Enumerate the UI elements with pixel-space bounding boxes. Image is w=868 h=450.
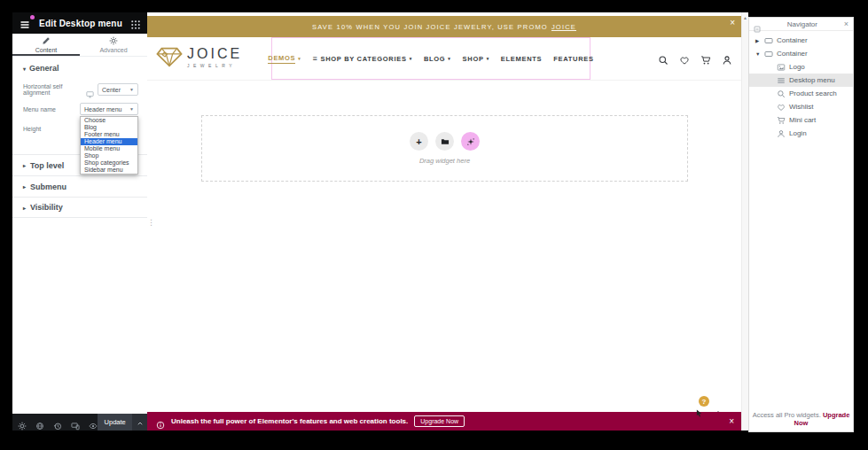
navigator-item[interactable]: Mini cart bbox=[749, 113, 853, 127]
add-section-button[interactable]: + bbox=[410, 132, 428, 151]
navigator-item[interactable]: Product search bbox=[749, 87, 853, 100]
site-nav-item[interactable]: BLOG ▾ bbox=[424, 55, 451, 63]
dropdown-option[interactable]: Footer menu bbox=[81, 131, 137, 138]
site-nav-item[interactable]: ELEMENTS bbox=[501, 55, 542, 63]
navigator-item-label: Wishlist bbox=[789, 103, 814, 111]
dropdown-option[interactable]: Choose bbox=[81, 117, 137, 124]
empty-container-dropzone: + Drag widget here bbox=[201, 115, 688, 182]
desktop-menu-widget-selected: DEMOS ▾ ≡ SHOP BY CATEGORIES ▾ BLOG ▾ SH… bbox=[271, 37, 590, 80]
site-settings-globe-icon[interactable] bbox=[35, 418, 44, 427]
responsive-mode-icon[interactable] bbox=[71, 418, 80, 427]
upgrade-now-button[interactable]: Upgrade Now bbox=[414, 415, 465, 427]
alignment-value: Center bbox=[102, 87, 121, 93]
heart-icon bbox=[777, 103, 786, 112]
chevron-down-icon: ▾ bbox=[410, 56, 412, 61]
dropdown-option[interactable]: Blog bbox=[81, 124, 137, 131]
dropdown-option-label: Shop categories bbox=[84, 159, 129, 166]
site-nav-item[interactable]: ≡ SHOP BY CATEGORIES ▾ bbox=[313, 54, 412, 63]
dropdown-option-label: Shop bbox=[84, 152, 98, 159]
site-nav-item[interactable]: DEMOS ▾ bbox=[268, 54, 301, 64]
notice-close-icon[interactable]: × bbox=[729, 416, 734, 426]
preview-eye-icon[interactable] bbox=[89, 418, 98, 427]
dropdown-option[interactable]: Header menu bbox=[81, 138, 137, 145]
dropdown-option[interactable]: Sidebar menu bbox=[81, 167, 137, 174]
save-options-button[interactable] bbox=[132, 414, 147, 431]
tab-advanced[interactable]: Advanced bbox=[80, 34, 147, 56]
section-general[interactable]: ▾ General bbox=[12, 57, 147, 80]
navigator-item[interactable]: Desktop menu bbox=[749, 74, 853, 87]
navigator-item[interactable]: ▶ Container bbox=[749, 34, 853, 47]
navigator-item-label: Container bbox=[777, 50, 808, 58]
update-button[interactable]: Update bbox=[98, 414, 132, 431]
navigator-item-label: Login bbox=[789, 129, 807, 137]
site-logo[interactable]: JOICE JEWELRY bbox=[156, 45, 242, 69]
navigator-close-icon[interactable]: × bbox=[844, 20, 848, 27]
collapsed-section[interactable]: ▸ Visibility bbox=[12, 197, 147, 218]
upgrade-notice-bar: Unleash the full power of Elementor's fe… bbox=[147, 412, 741, 431]
tab-advanced-label: Advanced bbox=[99, 47, 127, 53]
navigator-item-label: Desktop menu bbox=[789, 76, 835, 84]
dropdown-option[interactable]: Mobile menu bbox=[81, 145, 137, 152]
widgets-grid-button[interactable] bbox=[130, 18, 141, 28]
panel-body: ▾ General Horizontal self alignment Cent… bbox=[12, 57, 147, 414]
user-icon[interactable] bbox=[722, 53, 732, 64]
site-nav-label: SHOP BY CATEGORIES bbox=[320, 55, 406, 63]
container-icon bbox=[764, 36, 773, 45]
add-template-button[interactable] bbox=[435, 132, 454, 151]
collapse-all-icon[interactable] bbox=[754, 20, 761, 27]
navigator-item[interactable]: Wishlist bbox=[749, 100, 853, 113]
panel-resize-handle[interactable]: ⋮ bbox=[147, 215, 152, 229]
diamond-logo-icon bbox=[156, 45, 183, 69]
heart-icon[interactable] bbox=[679, 53, 690, 64]
navigator-tree: ▶ Container ▼ Container Logo Desktop men… bbox=[749, 31, 853, 140]
site-nav-label: DEMOS bbox=[268, 54, 295, 64]
pencil-icon bbox=[42, 36, 51, 45]
menu-name-select[interactable]: Header menu ▼ bbox=[80, 103, 138, 115]
chevron-up-icon bbox=[137, 415, 144, 431]
search-icon[interactable] bbox=[658, 53, 669, 64]
tree-toggle-icon[interactable]: ▶ bbox=[755, 38, 761, 43]
cart-icon[interactable] bbox=[700, 53, 711, 64]
desktop-monitor-icon[interactable] bbox=[86, 86, 94, 94]
navigator-item[interactable]: Logo bbox=[749, 60, 853, 74]
scrollbar-up-arrow-icon[interactable]: ▲ bbox=[742, 12, 748, 20]
navigator-item-label: Product search bbox=[789, 89, 837, 97]
site-nav-item[interactable]: FEATURES bbox=[553, 55, 593, 63]
preview-scrollbar[interactable]: ▲ bbox=[741, 12, 748, 431]
promo-text: SAVE 10% WHEN YOU JOIN JOICE JEWELRY, US… bbox=[312, 23, 548, 31]
dropdown-option[interactable]: Shop bbox=[81, 152, 137, 159]
ai-builder-button[interactable] bbox=[461, 132, 480, 151]
dropdown-option-label: Choose bbox=[84, 117, 106, 123]
notification-dot bbox=[30, 15, 35, 19]
promo-banner: SAVE 10% WHEN YOU JOIN JOICE JEWELRY, US… bbox=[147, 16, 741, 37]
collapsed-section[interactable]: ▸ Submenu bbox=[12, 175, 147, 197]
footer-icons bbox=[12, 418, 98, 427]
promo-close-icon[interactable]: × bbox=[730, 16, 735, 30]
settings-gear-icon[interactable] bbox=[18, 418, 27, 427]
navigator-item[interactable]: ▼ Container bbox=[749, 47, 853, 60]
navigator-footer: Access all Pro widgets. Upgrade Now bbox=[749, 411, 853, 427]
dropdown-option[interactable]: Shop categories bbox=[81, 159, 137, 167]
panel-header: Edit Desktop menu bbox=[12, 12, 147, 34]
drag-widget-hint: Drag widget here bbox=[419, 157, 470, 165]
navigator-item-label: Container bbox=[777, 36, 808, 44]
menu-icon bbox=[777, 76, 786, 85]
chevron-down-icon: ▾ bbox=[487, 56, 489, 61]
alignment-select[interactable]: Center ▼ bbox=[98, 83, 138, 96]
panel-menu-button[interactable] bbox=[19, 18, 31, 28]
promo-link[interactable]: JOICE bbox=[551, 23, 576, 31]
history-icon[interactable] bbox=[53, 418, 62, 427]
site-preview: SAVE 10% WHEN YOU JOIN JOICE JEWELRY, US… bbox=[147, 12, 741, 431]
container-actions: + bbox=[410, 132, 480, 151]
site-nav-item[interactable]: SHOP ▾ bbox=[463, 55, 489, 63]
control-alignment: Horizontal self alignment Center ▼ bbox=[12, 80, 147, 99]
hamburger-icon bbox=[19, 18, 31, 33]
logo-title: JOICE bbox=[187, 47, 242, 61]
tab-content[interactable]: Content bbox=[12, 34, 80, 56]
chevron-down-icon: ▼ bbox=[129, 106, 134, 112]
chevron-down-icon: ▼ bbox=[129, 87, 134, 92]
tree-toggle-icon[interactable]: ▼ bbox=[755, 51, 761, 57]
navigator-panel: Navigator × ▶ Container ▼ Container Logo bbox=[748, 17, 854, 432]
navigator-item[interactable]: Login bbox=[749, 127, 853, 140]
collapsed-section-label: Submenu bbox=[30, 182, 66, 191]
